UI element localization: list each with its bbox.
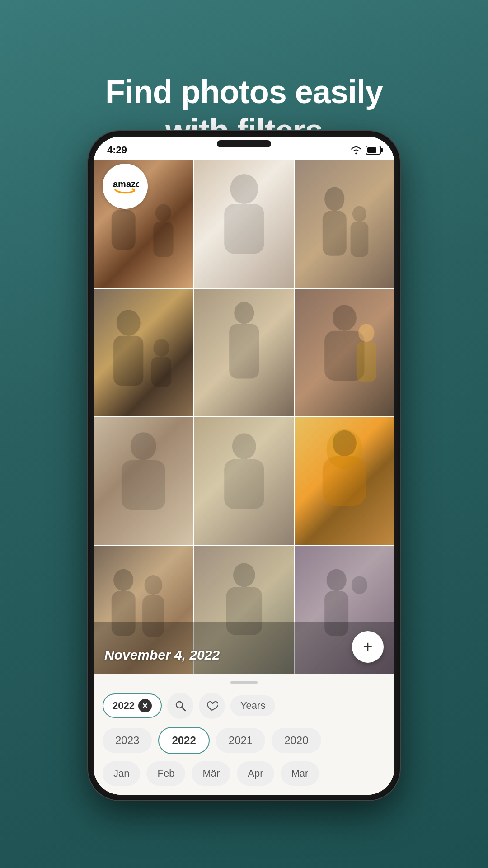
svg-rect-14 bbox=[151, 357, 171, 387]
year-2023-pill[interactable]: 2023 bbox=[103, 728, 152, 753]
svg-point-19 bbox=[359, 324, 375, 342]
svg-line-38 bbox=[182, 708, 185, 711]
photo-cell bbox=[295, 160, 394, 288]
status-icons bbox=[350, 145, 381, 155]
photo-cell bbox=[295, 417, 394, 545]
notch bbox=[217, 140, 271, 147]
photo-grid: November 4, 2022 + bbox=[94, 160, 394, 674]
bottom-panel: 2022 Years bbox=[94, 674, 394, 795]
battery-fill bbox=[367, 147, 376, 153]
year-pills-row: 2023 2022 2021 2020 bbox=[103, 727, 385, 754]
favorites-filter-button[interactable] bbox=[199, 693, 225, 719]
photo-cell bbox=[94, 289, 193, 417]
amazon-smile-icon: amazon bbox=[112, 177, 139, 195]
month-mar2-pill[interactable]: Mar bbox=[281, 761, 319, 786]
svg-point-30 bbox=[145, 575, 163, 595]
svg-text:amazon: amazon bbox=[113, 179, 139, 189]
svg-point-13 bbox=[153, 339, 169, 357]
heart-icon bbox=[206, 699, 218, 712]
photo-cell bbox=[194, 417, 294, 545]
svg-point-5 bbox=[230, 174, 258, 204]
month-apr-pill[interactable]: Apr bbox=[237, 761, 274, 786]
svg-rect-10 bbox=[351, 222, 369, 257]
svg-point-17 bbox=[333, 305, 357, 330]
add-photo-button[interactable]: + bbox=[352, 631, 384, 663]
year-2021-pill[interactable]: 2021 bbox=[216, 728, 265, 753]
svg-point-11 bbox=[117, 310, 141, 335]
year-2022-pill[interactable]: 2022 bbox=[158, 727, 209, 754]
month-mar-pill[interactable]: Mär bbox=[192, 761, 230, 786]
status-time: 4:29 bbox=[107, 144, 127, 156]
drag-handle bbox=[230, 681, 258, 684]
svg-point-32 bbox=[233, 563, 255, 587]
phone-mockup: 4:29 bbox=[88, 131, 400, 836]
svg-point-26 bbox=[333, 430, 357, 456]
svg-point-28 bbox=[113, 569, 133, 591]
svg-rect-16 bbox=[229, 324, 259, 378]
svg-point-34 bbox=[327, 569, 347, 591]
years-filter-button[interactable]: Years bbox=[230, 695, 275, 716]
svg-rect-8 bbox=[323, 211, 347, 256]
active-year-filter[interactable]: 2022 bbox=[103, 693, 162, 718]
phone-screen: 4:29 bbox=[94, 137, 394, 795]
search-icon bbox=[174, 699, 187, 712]
svg-rect-12 bbox=[113, 335, 143, 385]
svg-point-21 bbox=[131, 432, 156, 460]
active-year-label: 2022 bbox=[113, 700, 135, 712]
month-pills-row: Jan Feb Mär Apr Mar bbox=[103, 761, 385, 786]
phone-frame: 4:29 bbox=[88, 131, 400, 800]
svg-rect-4 bbox=[153, 222, 173, 257]
photo-cell bbox=[194, 160, 294, 288]
svg-rect-24 bbox=[224, 459, 264, 509]
svg-point-7 bbox=[325, 187, 345, 211]
battery-icon bbox=[366, 146, 381, 155]
clear-filter-button[interactable] bbox=[138, 699, 152, 712]
photo-cell bbox=[194, 289, 294, 417]
month-jan-pill[interactable]: Jan bbox=[103, 761, 140, 786]
svg-rect-22 bbox=[122, 460, 165, 510]
svg-point-3 bbox=[155, 204, 171, 222]
svg-rect-6 bbox=[224, 204, 264, 254]
svg-point-36 bbox=[352, 576, 367, 594]
filter-pills-row: 2022 Years bbox=[103, 693, 385, 719]
search-filter-button[interactable] bbox=[167, 693, 193, 719]
amazon-logo: amazon bbox=[103, 164, 148, 209]
year-2020-pill[interactable]: 2020 bbox=[272, 728, 321, 753]
date-overlay: November 4, 2022 + bbox=[94, 622, 394, 674]
month-feb-pill[interactable]: Feb bbox=[146, 761, 185, 786]
photo-cell bbox=[94, 417, 193, 545]
svg-rect-2 bbox=[112, 210, 136, 250]
svg-rect-27 bbox=[323, 456, 366, 506]
svg-point-15 bbox=[234, 302, 254, 324]
wifi-icon bbox=[350, 145, 362, 155]
svg-point-23 bbox=[232, 433, 256, 459]
date-label: November 4, 2022 bbox=[104, 647, 220, 663]
photo-cell bbox=[295, 289, 394, 417]
svg-rect-20 bbox=[357, 341, 376, 381]
svg-point-9 bbox=[352, 206, 366, 222]
